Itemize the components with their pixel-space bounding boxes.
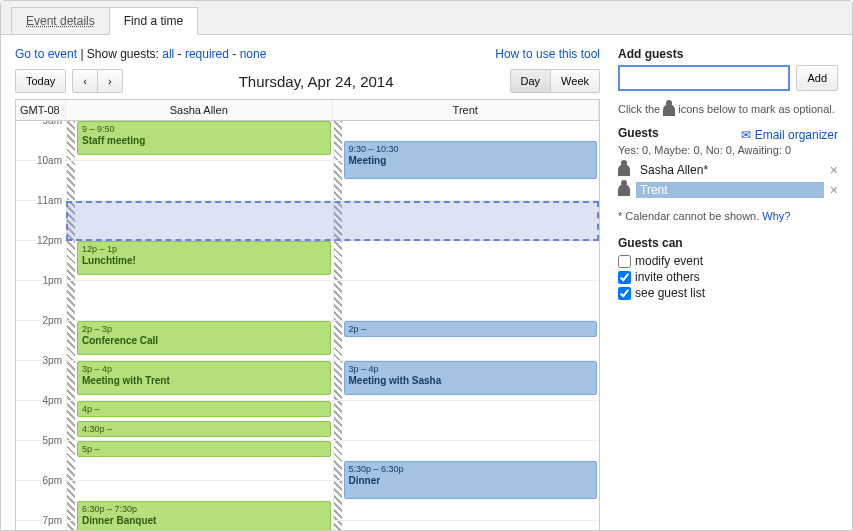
calendar-event[interactable]: 9:30 – 10:30Meeting bbox=[344, 141, 598, 179]
guest-name[interactable]: Sasha Allen* bbox=[636, 162, 824, 178]
calendar-event[interactable]: 3p – 4pMeeting with Trent bbox=[77, 361, 331, 395]
permission-row[interactable]: see guest list bbox=[618, 286, 838, 300]
go-to-event-link[interactable]: Go to event bbox=[15, 47, 77, 61]
permission-label: see guest list bbox=[635, 286, 705, 300]
permission-checkbox[interactable] bbox=[618, 287, 631, 300]
left-pane: Go to event | Show guests: all - require… bbox=[15, 47, 600, 531]
right-pane: Add guests Add Click the icons below to … bbox=[618, 47, 838, 531]
calendar-footnote: * Calendar cannot be shown. Why? bbox=[618, 210, 838, 222]
calendar-event[interactable]: 5p – Meeting with Dodd bbox=[77, 441, 331, 457]
guest-row[interactable]: Trent× bbox=[618, 180, 838, 200]
permission-row[interactable]: modify event bbox=[618, 254, 838, 268]
optional-hint: Click the icons below to mark as optiona… bbox=[618, 103, 838, 116]
calendar-event[interactable]: 12p – 1pLunchtime! bbox=[77, 241, 331, 275]
time-column: 9am10am11am12pm1pm2pm3pm4pm5pm6pm7pm bbox=[16, 121, 66, 531]
nav-group: ‹ › bbox=[72, 69, 122, 93]
how-to-use-link[interactable]: How to use this tool bbox=[495, 47, 600, 61]
calendar-body[interactable]: 9am10am11am12pm1pm2pm3pm4pm5pm6pm7pm 9 –… bbox=[16, 121, 599, 531]
envelope-icon: ✉ bbox=[741, 128, 751, 142]
day-columns: 9 – 9:50Staff meeting12p – 1pLunchtime!2… bbox=[66, 121, 599, 531]
remove-guest-icon[interactable]: × bbox=[830, 162, 838, 178]
filter-none[interactable]: none bbox=[240, 47, 267, 61]
column-head-0: Sasha Allen bbox=[66, 100, 333, 120]
guest-name[interactable]: Trent bbox=[636, 182, 824, 198]
calendar: GMT-08 Sasha Allen Trent 9am10am11am12pm… bbox=[15, 99, 600, 531]
guests-heading: Guests bbox=[618, 126, 659, 140]
today-button[interactable]: Today bbox=[15, 69, 66, 93]
person-icon[interactable] bbox=[618, 164, 630, 176]
calendar-event[interactable]: 4p – Gym bbox=[77, 401, 331, 417]
date-title: Thursday, Apr 24, 2014 bbox=[123, 73, 510, 90]
calendar-header: GMT-08 Sasha Allen Trent bbox=[16, 100, 599, 121]
calendar-event[interactable]: 4:30p – Spa bbox=[77, 421, 331, 437]
tabs: Event details Find a time bbox=[1, 1, 852, 35]
add-guest-button[interactable]: Add bbox=[796, 65, 838, 91]
permission-label: invite others bbox=[635, 270, 700, 284]
permissions-list: modify event invite others see guest lis… bbox=[618, 254, 838, 300]
controls-row: Today ‹ › Thursday, Apr 24, 2014 Day Wee… bbox=[15, 69, 600, 93]
person-icon[interactable] bbox=[618, 184, 630, 196]
rsvp-counts: Yes: 0, Maybe: 0, No: 0, Awaiting: 0 bbox=[618, 144, 838, 156]
week-button[interactable]: Week bbox=[551, 69, 600, 93]
calendar-event[interactable]: 3p – 4pMeeting with Sasha bbox=[344, 361, 598, 395]
guest-row[interactable]: Sasha Allen*× bbox=[618, 160, 838, 180]
column-head-1: Trent bbox=[333, 100, 600, 120]
permission-label: modify event bbox=[635, 254, 703, 268]
calendar-event[interactable]: 6:30p – 7:30pDinner Banquet bbox=[77, 501, 331, 531]
permission-checkbox[interactable] bbox=[618, 255, 631, 268]
guests-can-heading: Guests can bbox=[618, 236, 838, 250]
timezone-cell: GMT-08 bbox=[16, 100, 66, 120]
tab-event-details[interactable]: Event details bbox=[11, 7, 110, 34]
permission-row[interactable]: invite others bbox=[618, 270, 838, 284]
next-button[interactable]: › bbox=[98, 69, 123, 93]
filter-all[interactable]: all bbox=[162, 47, 174, 61]
main: Go to event | Show guests: all - require… bbox=[1, 35, 852, 531]
add-guest-input[interactable] bbox=[618, 65, 790, 91]
calendar-event[interactable]: 2p – Private call with Kaori bbox=[344, 321, 598, 337]
user-column-0[interactable]: 9 – 9:50Staff meeting12p – 1pLunchtime!2… bbox=[66, 121, 333, 531]
view-group: Day Week bbox=[510, 69, 600, 93]
day-button[interactable]: Day bbox=[510, 69, 552, 93]
calendar-event[interactable]: 5:30p – 6:30pDinner bbox=[344, 461, 598, 499]
top-row: Go to event | Show guests: all - require… bbox=[15, 47, 600, 61]
prev-button[interactable]: ‹ bbox=[72, 69, 98, 93]
show-guests-label: Show guests: bbox=[87, 47, 159, 61]
why-link[interactable]: Why? bbox=[762, 210, 790, 222]
user-column-1[interactable]: 9:30 – 10:30Meeting2p – Private call wit… bbox=[333, 121, 600, 531]
hour-label: 7pm bbox=[16, 521, 66, 531]
tab-find-a-time[interactable]: Find a time bbox=[109, 7, 198, 35]
calendar-find-time-window: Event details Find a time Go to event | … bbox=[0, 0, 853, 531]
email-organizer-link[interactable]: Email organizer bbox=[755, 128, 838, 142]
guest-list: Sasha Allen*×Trent× bbox=[618, 160, 838, 200]
remove-guest-icon[interactable]: × bbox=[830, 182, 838, 198]
permission-checkbox[interactable] bbox=[618, 271, 631, 284]
filter-required[interactable]: required bbox=[185, 47, 229, 61]
add-guests-heading: Add guests bbox=[618, 47, 838, 61]
person-icon bbox=[663, 104, 675, 116]
calendar-event[interactable]: 2p – 3pConference Call bbox=[77, 321, 331, 355]
calendar-event[interactable]: 9 – 9:50Staff meeting bbox=[77, 121, 331, 155]
